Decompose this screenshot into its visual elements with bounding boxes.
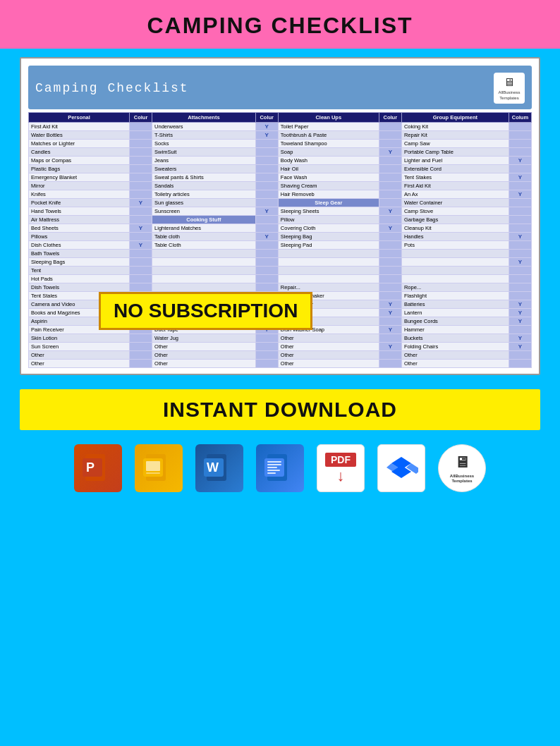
check-cell xyxy=(379,233,401,241)
pdf-icon[interactable]: PDF ↓ xyxy=(317,444,365,492)
col-check-4: Colum xyxy=(509,113,531,123)
cell: Camp Saw xyxy=(401,140,509,148)
cell: Handles xyxy=(401,233,509,241)
document-frame: Camping Checklist 🖥 AllBusinessTemplates… xyxy=(20,57,540,375)
check-cell: Y xyxy=(509,157,531,165)
cell: Table Cloth xyxy=(152,241,256,250)
check-cell xyxy=(255,250,278,258)
check-cell xyxy=(129,173,152,182)
cell: Toweland Shampoo xyxy=(278,140,379,148)
check-cell xyxy=(255,199,278,207)
cell: Cleanup Kit xyxy=(401,224,509,233)
check-cell xyxy=(509,326,531,334)
instant-download-banner[interactable]: INSTANT DOWNLOAD xyxy=(20,389,540,430)
check-cell xyxy=(379,292,401,300)
check-cell xyxy=(509,351,531,360)
cell: Plastic Bags xyxy=(29,165,130,173)
check-cell xyxy=(509,216,531,224)
page-title: CAMPING CHECKLIST xyxy=(0,13,560,39)
cell: Mirror xyxy=(29,182,130,190)
svg-text:W: W xyxy=(207,460,219,475)
check-cell: Y xyxy=(255,131,278,140)
word-icon[interactable]: W xyxy=(195,444,243,492)
svg-rect-14 xyxy=(267,467,277,468)
cell: Sweat pants & Shirts xyxy=(152,173,256,182)
table-row: Air Mattress Cooking Stuff Pillow Garbag… xyxy=(29,216,532,224)
cell: Other xyxy=(278,334,379,343)
bottom-section: INSTANT DOWNLOAD P W xyxy=(0,375,560,501)
cell: Bungee Cords xyxy=(401,317,509,326)
cell: Garbage Bags xyxy=(401,216,509,224)
check-cell xyxy=(379,140,401,148)
svg-rect-13 xyxy=(267,464,281,465)
google-slides-icon[interactable] xyxy=(135,444,183,492)
table-row: Maps or Compas Jeans Body Wash Lighter a… xyxy=(29,157,532,165)
cell: Other xyxy=(278,351,379,360)
check-cell xyxy=(255,173,278,182)
check-cell xyxy=(509,241,531,250)
dropbox-icon[interactable] xyxy=(377,444,425,492)
cell: Other xyxy=(152,343,256,351)
cell: Portable Camp Table xyxy=(401,148,509,157)
check-cell: Y xyxy=(379,148,401,157)
table-row: Bath Towels xyxy=(29,250,532,258)
allbusiness-monitor-icon: 🖥 xyxy=(454,453,470,473)
table-row: Knifes Toiletry articles Hair Removeb An… xyxy=(29,190,532,199)
check-cell xyxy=(129,123,152,131)
cell xyxy=(152,283,256,292)
cell: Toiletry articles xyxy=(152,190,256,199)
no-subscription-banner: NO SUBSCRIPTION xyxy=(99,292,312,330)
cell: First Aid Kit xyxy=(401,182,509,190)
check-cell xyxy=(379,199,401,207)
check-cell xyxy=(129,182,152,190)
cell: Emergency Blanket xyxy=(29,173,130,182)
powerpoint-icon[interactable]: P xyxy=(74,444,122,492)
check-cell xyxy=(379,250,401,258)
allbusiness-icon[interactable]: 🖥 AllBusinessTemplates xyxy=(438,444,486,492)
cell: Sun Screen xyxy=(29,343,130,351)
doc-header: Camping Checklist 🖥 AllBusinessTemplates xyxy=(28,66,532,109)
cell: Body Wash xyxy=(278,157,379,165)
dropbox-svg xyxy=(384,453,418,484)
check-cell xyxy=(509,267,531,275)
main-content: Camping Checklist 🖥 AllBusinessTemplates… xyxy=(0,49,560,375)
check-cell xyxy=(255,216,278,224)
cell: Other xyxy=(278,343,379,351)
cell: Tent Stakes xyxy=(401,173,509,182)
cell: Coking Kit xyxy=(401,123,509,131)
cell: First Aid Kit xyxy=(29,123,130,131)
check-cell xyxy=(379,165,401,173)
check-cell xyxy=(255,351,278,360)
check-cell xyxy=(129,216,152,224)
cell xyxy=(152,275,256,283)
check-cell xyxy=(129,343,152,351)
cell xyxy=(152,267,256,275)
cell: Repair Kit xyxy=(401,131,509,140)
cell: Pocket Knife xyxy=(29,199,130,207)
cell: Bath Towels xyxy=(29,250,130,258)
svg-rect-5 xyxy=(146,461,160,471)
cell: Water Jug xyxy=(152,334,256,343)
pdf-arrow-icon: ↓ xyxy=(337,468,345,484)
section-header-sleep-gear: Sleep Gear xyxy=(278,199,379,207)
check-cell xyxy=(509,207,531,216)
table-row: Matches or Lighter Socks Toweland Shampo… xyxy=(29,140,532,148)
check-cell xyxy=(129,258,152,267)
col-header-cleanups: Clean Ups xyxy=(278,113,379,123)
cell: Table cloth xyxy=(152,233,256,241)
cell: T-Shirts xyxy=(152,131,256,140)
check-cell xyxy=(379,173,401,182)
cell xyxy=(401,275,509,283)
google-docs-icon[interactable] xyxy=(256,444,304,492)
check-cell xyxy=(255,182,278,190)
cell: SwimSuit xyxy=(152,148,256,157)
cell xyxy=(278,250,379,258)
check-cell xyxy=(379,157,401,165)
docs-svg xyxy=(264,453,296,484)
col-check-1: Colur xyxy=(129,113,152,123)
cell: Extensible Cord xyxy=(401,165,509,173)
check-cell: Y xyxy=(509,173,531,182)
cell: Skin Lotion xyxy=(29,334,130,343)
svg-rect-16 xyxy=(267,472,276,474)
col-check-2: Colur xyxy=(255,113,278,123)
